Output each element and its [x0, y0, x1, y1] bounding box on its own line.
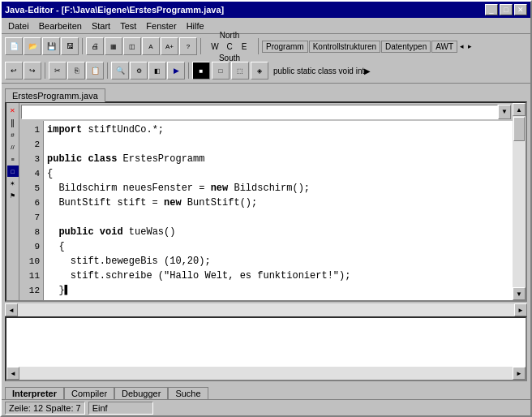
cut-button[interactable]: ✂ [49, 62, 66, 80]
line-num-8: 8 [19, 225, 43, 239]
bottom-tabs: Interpreter Compiler Debugger Suche [2, 383, 530, 399]
file-tab-bar: ErstesProgramm.java [2, 84, 530, 101]
scroll-down-button[interactable]: ▼ [513, 287, 526, 300]
btn-8[interactable]: A+ [161, 37, 178, 55]
line-num-13: 13 [19, 298, 43, 300]
line-num-12: 12 [19, 283, 43, 298]
btn2-5[interactable]: ◧ [148, 62, 166, 80]
margin-icon-4: // [7, 141, 19, 153]
menu-bearbeiten[interactable]: Bearbeiten [34, 20, 87, 32]
line-num-11: 11 [19, 269, 43, 283]
separator-1 [82, 38, 83, 54]
menu-bar: Datei Bearbeiten Start Test Fenster Hilf… [2, 18, 530, 34]
code-top-bar: ▼ [19, 103, 513, 121]
line-num-2: 2 [19, 137, 43, 152]
status-bar: Zeile: 12 Spalte: 7 Einf [2, 399, 530, 415]
scroll-right-button[interactable]: ► [514, 303, 527, 316]
sep2-1 [45, 62, 45, 79]
btn-7[interactable]: A [142, 37, 160, 55]
dir-empty-tr [237, 29, 251, 41]
output-scrollbar-h: ◄ ► [6, 367, 526, 380]
horizontal-scrollbar-editor: ◄ ► [5, 303, 527, 316]
minimize-button[interactable]: _ [485, 4, 498, 15]
scroll-thumb-v[interactable] [513, 117, 525, 141]
direction-panel: North W C E South [208, 29, 251, 63]
dir-center: C [222, 41, 237, 52]
line-num-6: 6 [19, 196, 43, 210]
dir-east: E [237, 41, 251, 52]
btn-6[interactable]: ◫ [123, 37, 141, 55]
editor-area: ✕ ‖ # // ≡ □ ✶ ⚑ ▼ 1 [2, 101, 530, 399]
menu-test[interactable]: Test [115, 20, 141, 32]
sep2-3 [188, 62, 189, 79]
icon-box-4[interactable]: ◈ [251, 62, 268, 80]
open-button[interactable]: 📂 [24, 37, 41, 55]
scroll-track-v[interactable] [513, 116, 526, 287]
code-content: 1 2 3 4 5 6 7 8 9 10 11 12 13 impor [19, 121, 513, 300]
code-text[interactable]: import stiftUndCo.*; public class Erstes… [44, 121, 513, 300]
undo-button[interactable]: ↩ [5, 62, 23, 80]
status-line-col: Zeile: 12 Spalte: 7 [5, 402, 85, 415]
menu-fenster[interactable]: Fenster [141, 20, 181, 32]
icon-box-1[interactable]: ■ [192, 62, 210, 80]
tab-compiler[interactable]: Compiler [64, 387, 114, 399]
paste-button[interactable]: 📋 [86, 62, 104, 80]
tab-awt[interactable]: AWT [431, 41, 457, 53]
line-num-1: 1 [19, 123, 43, 137]
menu-datei[interactable]: Datei [3, 20, 34, 32]
vertical-scrollbar: ▲ ▼ [513, 103, 526, 300]
copy-button[interactable]: ⎘ [67, 62, 85, 80]
toolbar-row-1: 📄 📂 💾 🖫 🖨 ▦ ◫ A A+ ? North W C E South [2, 34, 530, 58]
output-scroll-track[interactable] [19, 367, 513, 380]
run-button[interactable]: ▶ [167, 62, 185, 80]
scroll-track-h[interactable] [18, 303, 514, 316]
save-all-button[interactable]: 🖫 [61, 37, 79, 55]
separator-2 [200, 38, 201, 54]
scroll-left-button[interactable]: ◄ [5, 303, 18, 316]
tab-datentypen[interactable]: Datentypen [381, 41, 431, 53]
line-numbers: 1 2 3 4 5 6 7 8 9 10 11 12 13 [19, 121, 44, 300]
icon-box-2[interactable]: □ [212, 62, 230, 80]
line-num-3: 3 [19, 152, 43, 166]
line-num-10: 10 [19, 254, 43, 269]
tab-interpreter[interactable]: Interpreter [5, 387, 64, 399]
icon-box-3[interactable]: ⬚ [231, 62, 249, 80]
redo-button[interactable]: ↪ [24, 62, 41, 80]
tab-suche[interactable]: Suche [168, 387, 208, 399]
tab-kontrollstrukturen[interactable]: Kontrollstrukturen [309, 41, 380, 53]
maximize-button[interactable]: □ [500, 4, 513, 15]
save-button[interactable]: 💾 [42, 37, 60, 55]
btn-5[interactable]: ▦ [105, 37, 122, 55]
panel-tabs: Programm Kontrollstrukturen Datentypen A… [262, 41, 474, 53]
print-button[interactable]: 🖨 [86, 37, 104, 55]
close-button[interactable]: ✕ [514, 4, 527, 15]
menu-start[interactable]: Start [87, 20, 115, 32]
output-inner [6, 318, 526, 367]
output-area: ◄ ► [5, 316, 527, 381]
output-scroll-left[interactable]: ◄ [6, 367, 19, 380]
sep2-2 [107, 62, 108, 79]
right-panel: Programm Kontrollstrukturen Datentypen A… [262, 41, 527, 53]
left-margin: ✕ ‖ # // ≡ □ ✶ ⚑ [6, 103, 19, 300]
file-tab[interactable]: ErstesProgramm.java [5, 88, 105, 102]
menu-hilfe[interactable]: Hilfe [182, 20, 209, 32]
tab-debugger[interactable]: Debugger [114, 387, 168, 399]
keyword-buttons: ■ □ ⬚ ◈ public static class void int▶ [192, 62, 371, 80]
line-num-5: 5 [19, 181, 43, 196]
scroll-right-icon[interactable]: ▸ [466, 42, 474, 50]
output-scroll-right[interactable]: ► [513, 367, 526, 380]
status-mode: Einf [88, 402, 153, 415]
btn-9[interactable]: ? [179, 37, 197, 55]
toolbar-row-2: ↩ ↪ ✂ ⎘ 📋 🔍 ⚙ ◧ ▶ ■ □ ⬚ ◈ public static … [2, 58, 530, 83]
margin-icon-3: # [7, 129, 19, 140]
dropdown-arrow[interactable]: ▼ [498, 105, 511, 119]
new-button[interactable]: 📄 [5, 37, 23, 55]
code-dropdown[interactable] [21, 105, 498, 119]
scroll-up-button[interactable]: ▲ [513, 103, 526, 116]
btn2-4[interactable]: ⚙ [130, 62, 148, 80]
tab-programm[interactable]: Programm [262, 41, 308, 53]
margin-icon-5: ≡ [7, 153, 19, 165]
dir-north: North [222, 29, 237, 41]
search-button[interactable]: 🔍 [111, 62, 129, 80]
scroll-left-icon[interactable]: ◂ [458, 42, 466, 50]
